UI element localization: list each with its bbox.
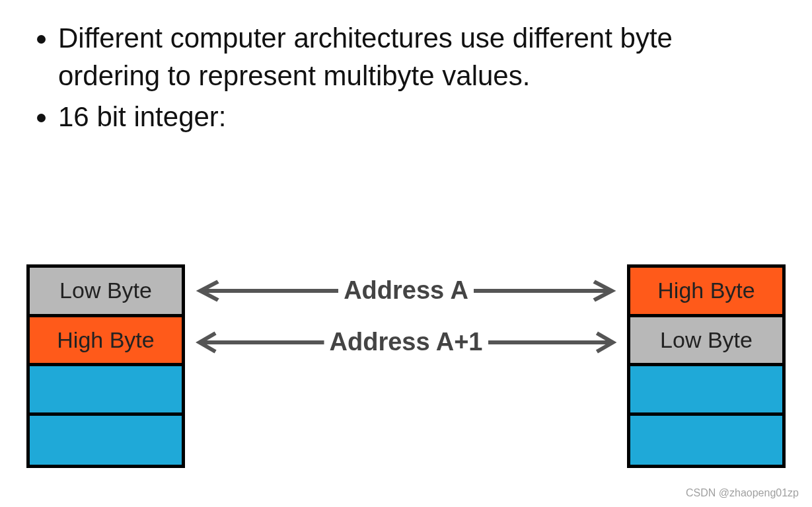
arrow-right-icon [488,329,621,356]
watermark: CSDN @zhaopeng01zp [686,487,799,499]
memory-cell: High Byte [30,317,182,367]
memory-cell [30,416,182,465]
memory-cell [630,416,782,465]
arrow-left-icon [192,278,338,304]
left-memory-stack: Low Byte High Byte [26,264,185,468]
memory-cell: Low Byte [30,268,182,317]
memory-cell [630,366,782,416]
bullet-list: Different computer architectures use dif… [0,0,812,136]
address-row: Address A [192,266,620,315]
arrow-left-icon [192,329,324,356]
memory-cell: Low Byte [630,317,782,367]
address-labels: Address A Address A+1 [198,264,614,370]
byte-order-diagram: Low Byte High Byte High Byte Low Byte Ad… [26,264,786,489]
address-row: Address A+1 [192,317,620,367]
memory-cell [30,366,182,416]
bullet-item: 16 bit integer: [58,98,772,136]
address-label: Address A+1 [324,328,488,356]
arrow-right-icon [474,278,620,304]
address-label: Address A [338,276,474,305]
right-memory-stack: High Byte Low Byte [627,264,786,468]
memory-cell: High Byte [630,268,782,317]
bullet-item: Different computer architectures use dif… [58,20,772,95]
